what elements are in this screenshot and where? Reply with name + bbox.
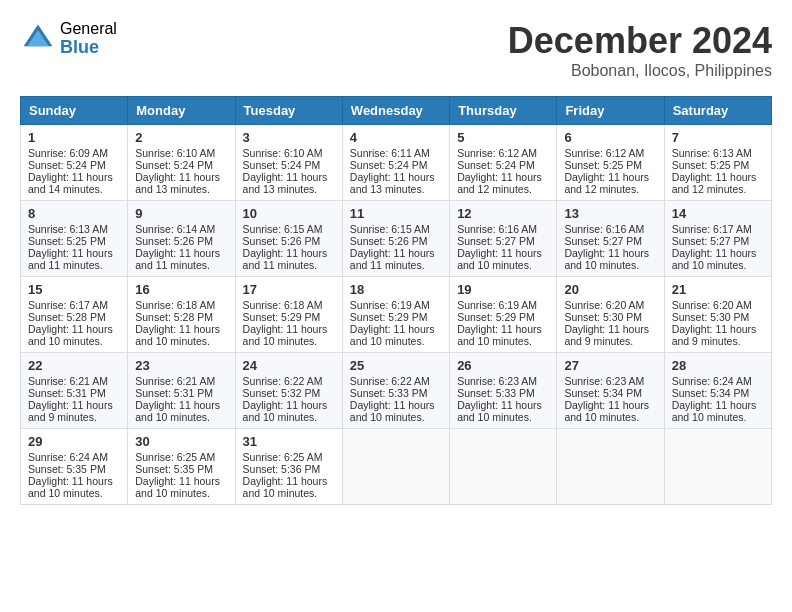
calendar-cell [664, 429, 771, 505]
day-number: 18 [350, 282, 442, 297]
sunrise-text: Sunrise: 6:21 AM [28, 375, 120, 387]
logo: General Blue [20, 20, 117, 57]
calendar-cell: 29Sunrise: 6:24 AMSunset: 5:35 PMDayligh… [21, 429, 128, 505]
sunset-text: Sunset: 5:31 PM [135, 387, 227, 399]
daylight-text: Daylight: 11 hours and 10 minutes. [135, 475, 227, 499]
daylight-text: Daylight: 11 hours and 11 minutes. [350, 247, 442, 271]
calendar-header-tuesday: Tuesday [235, 97, 342, 125]
day-number: 7 [672, 130, 764, 145]
sunset-text: Sunset: 5:27 PM [457, 235, 549, 247]
sunrise-text: Sunrise: 6:12 AM [457, 147, 549, 159]
day-number: 15 [28, 282, 120, 297]
sunset-text: Sunset: 5:28 PM [28, 311, 120, 323]
sunrise-text: Sunrise: 6:17 AM [672, 223, 764, 235]
daylight-text: Daylight: 11 hours and 10 minutes. [243, 323, 335, 347]
daylight-text: Daylight: 11 hours and 10 minutes. [672, 247, 764, 271]
day-number: 28 [672, 358, 764, 373]
sunrise-text: Sunrise: 6:11 AM [350, 147, 442, 159]
title-section: December 2024 Bobonan, Ilocos, Philippin… [508, 20, 772, 80]
sunrise-text: Sunrise: 6:25 AM [135, 451, 227, 463]
daylight-text: Daylight: 11 hours and 10 minutes. [350, 399, 442, 423]
sunrise-text: Sunrise: 6:22 AM [243, 375, 335, 387]
logo-icon [20, 21, 56, 57]
daylight-text: Daylight: 11 hours and 10 minutes. [457, 247, 549, 271]
daylight-text: Daylight: 11 hours and 9 minutes. [564, 323, 656, 347]
calendar-header-wednesday: Wednesday [342, 97, 449, 125]
calendar-header-thursday: Thursday [450, 97, 557, 125]
page-header: General Blue December 2024 Bobonan, Iloc… [20, 20, 772, 80]
sunrise-text: Sunrise: 6:10 AM [243, 147, 335, 159]
daylight-text: Daylight: 11 hours and 13 minutes. [350, 171, 442, 195]
day-number: 8 [28, 206, 120, 221]
day-number: 19 [457, 282, 549, 297]
sunset-text: Sunset: 5:30 PM [672, 311, 764, 323]
calendar-cell: 16Sunrise: 6:18 AMSunset: 5:28 PMDayligh… [128, 277, 235, 353]
logo-text: General Blue [60, 20, 117, 57]
day-number: 9 [135, 206, 227, 221]
calendar-cell: 10Sunrise: 6:15 AMSunset: 5:26 PMDayligh… [235, 201, 342, 277]
sunset-text: Sunset: 5:35 PM [135, 463, 227, 475]
sunset-text: Sunset: 5:35 PM [28, 463, 120, 475]
sunset-text: Sunset: 5:24 PM [243, 159, 335, 171]
daylight-text: Daylight: 11 hours and 10 minutes. [564, 399, 656, 423]
calendar-header-sunday: Sunday [21, 97, 128, 125]
sunrise-text: Sunrise: 6:09 AM [28, 147, 120, 159]
location-subtitle: Bobonan, Ilocos, Philippines [508, 62, 772, 80]
sunset-text: Sunset: 5:24 PM [457, 159, 549, 171]
sunrise-text: Sunrise: 6:15 AM [243, 223, 335, 235]
day-number: 26 [457, 358, 549, 373]
day-number: 25 [350, 358, 442, 373]
sunset-text: Sunset: 5:30 PM [564, 311, 656, 323]
calendar-week-row: 1Sunrise: 6:09 AMSunset: 5:24 PMDaylight… [21, 125, 772, 201]
calendar-cell: 9Sunrise: 6:14 AMSunset: 5:26 PMDaylight… [128, 201, 235, 277]
day-number: 3 [243, 130, 335, 145]
sunset-text: Sunset: 5:26 PM [350, 235, 442, 247]
calendar-cell: 3Sunrise: 6:10 AMSunset: 5:24 PMDaylight… [235, 125, 342, 201]
calendar-cell: 22Sunrise: 6:21 AMSunset: 5:31 PMDayligh… [21, 353, 128, 429]
sunset-text: Sunset: 5:29 PM [350, 311, 442, 323]
daylight-text: Daylight: 11 hours and 11 minutes. [243, 247, 335, 271]
sunset-text: Sunset: 5:25 PM [672, 159, 764, 171]
daylight-text: Daylight: 11 hours and 10 minutes. [243, 475, 335, 499]
sunset-text: Sunset: 5:24 PM [28, 159, 120, 171]
sunrise-text: Sunrise: 6:21 AM [135, 375, 227, 387]
calendar-cell: 5Sunrise: 6:12 AMSunset: 5:24 PMDaylight… [450, 125, 557, 201]
calendar-header-friday: Friday [557, 97, 664, 125]
daylight-text: Daylight: 11 hours and 9 minutes. [672, 323, 764, 347]
sunrise-text: Sunrise: 6:19 AM [350, 299, 442, 311]
sunrise-text: Sunrise: 6:14 AM [135, 223, 227, 235]
calendar-cell: 28Sunrise: 6:24 AMSunset: 5:34 PMDayligh… [664, 353, 771, 429]
day-number: 24 [243, 358, 335, 373]
calendar-cell: 2Sunrise: 6:10 AMSunset: 5:24 PMDaylight… [128, 125, 235, 201]
daylight-text: Daylight: 11 hours and 14 minutes. [28, 171, 120, 195]
sunset-text: Sunset: 5:24 PM [135, 159, 227, 171]
day-number: 10 [243, 206, 335, 221]
sunset-text: Sunset: 5:29 PM [457, 311, 549, 323]
sunset-text: Sunset: 5:31 PM [28, 387, 120, 399]
day-number: 14 [672, 206, 764, 221]
daylight-text: Daylight: 11 hours and 12 minutes. [457, 171, 549, 195]
month-year-title: December 2024 [508, 20, 772, 62]
daylight-text: Daylight: 11 hours and 12 minutes. [564, 171, 656, 195]
calendar-header-saturday: Saturday [664, 97, 771, 125]
calendar-week-row: 8Sunrise: 6:13 AMSunset: 5:25 PMDaylight… [21, 201, 772, 277]
sunset-text: Sunset: 5:26 PM [135, 235, 227, 247]
sunset-text: Sunset: 5:32 PM [243, 387, 335, 399]
day-number: 2 [135, 130, 227, 145]
daylight-text: Daylight: 11 hours and 10 minutes. [243, 399, 335, 423]
calendar-cell: 12Sunrise: 6:16 AMSunset: 5:27 PMDayligh… [450, 201, 557, 277]
sunrise-text: Sunrise: 6:13 AM [672, 147, 764, 159]
day-number: 16 [135, 282, 227, 297]
sunset-text: Sunset: 5:34 PM [672, 387, 764, 399]
calendar-cell: 14Sunrise: 6:17 AMSunset: 5:27 PMDayligh… [664, 201, 771, 277]
calendar-cell: 8Sunrise: 6:13 AMSunset: 5:25 PMDaylight… [21, 201, 128, 277]
sunset-text: Sunset: 5:33 PM [350, 387, 442, 399]
calendar-cell: 26Sunrise: 6:23 AMSunset: 5:33 PMDayligh… [450, 353, 557, 429]
sunrise-text: Sunrise: 6:23 AM [564, 375, 656, 387]
sunrise-text: Sunrise: 6:18 AM [135, 299, 227, 311]
day-number: 27 [564, 358, 656, 373]
calendar-cell: 6Sunrise: 6:12 AMSunset: 5:25 PMDaylight… [557, 125, 664, 201]
sunset-text: Sunset: 5:27 PM [564, 235, 656, 247]
day-number: 29 [28, 434, 120, 449]
day-number: 13 [564, 206, 656, 221]
